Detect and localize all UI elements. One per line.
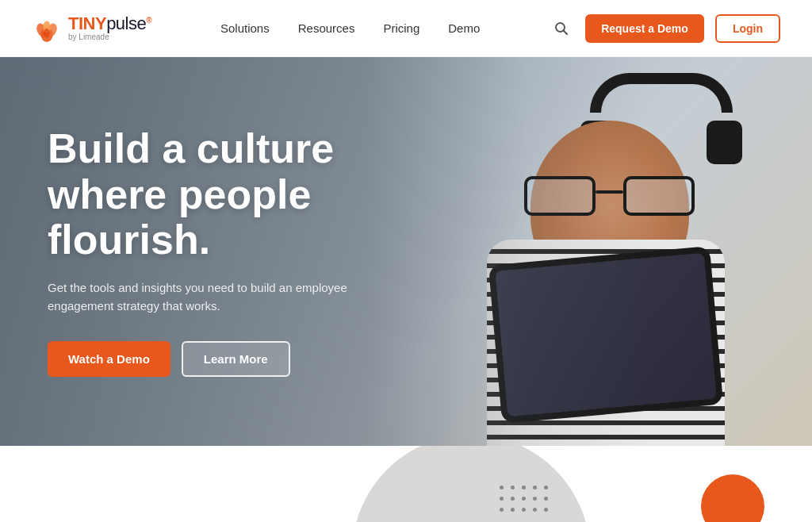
nav-demo[interactable]: Demo: [448, 21, 480, 35]
learn-more-button[interactable]: Learn More: [182, 341, 290, 377]
search-icon: [553, 21, 569, 36]
dots-decoration: [500, 486, 550, 514]
nav-solutions[interactable]: Solutions: [220, 21, 270, 35]
logo-brand: TINYpulse®: [68, 15, 151, 33]
hero-subtext: Get the tools and insights you need to b…: [48, 278, 396, 316]
nav-actions: Request a Demo Login: [549, 14, 780, 43]
gray-semicircle-decoration: [352, 446, 590, 522]
hero-section: Build a culture where people flourish. G…: [0, 57, 812, 446]
logo-sub: by Limeade: [68, 33, 151, 41]
svg-line-6: [564, 30, 568, 34]
below-hero: [0, 446, 812, 522]
svg-point-4: [44, 29, 50, 37]
logo-icon: [32, 13, 62, 44]
logo[interactable]: TINYpulse® by Limeade: [32, 13, 151, 44]
nav-pricing[interactable]: Pricing: [383, 21, 419, 35]
orange-circle-decoration: [701, 474, 764, 522]
watch-demo-button[interactable]: Watch a Demo: [48, 341, 170, 377]
hero-buttons: Watch a Demo Learn More: [48, 341, 428, 377]
hero-heading: Build a culture where people flourish.: [48, 126, 428, 263]
logo-pulse: pulse: [106, 13, 146, 33]
logo-trademark: ®: [146, 16, 151, 25]
nav-resources[interactable]: Resources: [298, 21, 355, 35]
request-demo-button[interactable]: Request a Demo: [585, 14, 704, 43]
logo-text: TINYpulse® by Limeade: [68, 15, 151, 41]
logo-tiny: TINY: [68, 13, 106, 33]
login-button[interactable]: Login: [715, 14, 780, 43]
nav-links: Solutions Resources Pricing Demo: [220, 21, 480, 35]
navbar: TINYpulse® by Limeade Solutions Resource…: [0, 0, 812, 57]
hero-content: Build a culture where people flourish. G…: [0, 57, 476, 446]
search-button[interactable]: [549, 16, 574, 41]
